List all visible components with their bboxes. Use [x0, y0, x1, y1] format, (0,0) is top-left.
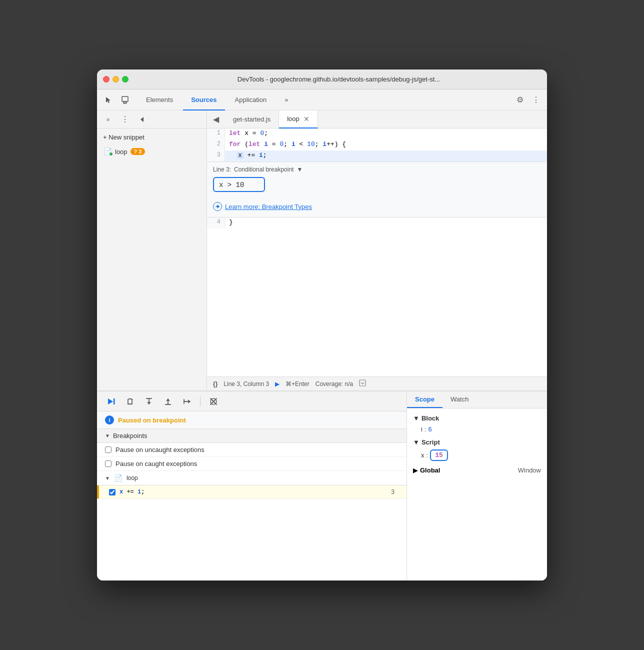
main-area: » ⋮ + New snippet 📄 loop	[97, 110, 547, 390]
tab-elements[interactable]: Elements	[138, 90, 181, 110]
breakpoint-checkbox[interactable]	[109, 489, 116, 496]
running-dot	[109, 152, 113, 156]
triangle-icon: ▼	[105, 433, 110, 438]
coverage-dropdown-icon[interactable]	[359, 380, 366, 388]
resume-button[interactable]	[103, 394, 119, 408]
bp-filename: loop	[126, 474, 138, 482]
sidebar-more-icon[interactable]: ⋮	[118, 112, 132, 126]
scope-tab-scope[interactable]: Scope	[407, 392, 442, 408]
devtools-body: Elements Sources Application » ⚙ ⋮ » ⋮	[97, 90, 547, 580]
pause-caught-checkbox[interactable]	[105, 460, 112, 467]
scope-entry-x: x : 15	[407, 448, 547, 462]
file-tab-get-started[interactable]: get-started.js	[225, 110, 279, 128]
breakpoint-condition-input[interactable]	[219, 181, 259, 189]
svg-marker-2	[140, 117, 144, 122]
svg-rect-0	[122, 96, 128, 102]
breakpoint-badge: ? 3	[130, 148, 146, 155]
scope-val-i: 6	[428, 426, 432, 433]
top-tabbar-right: ⚙ ⋮	[513, 93, 543, 107]
scope-script-triangle: ▼	[413, 438, 420, 446]
format-icon[interactable]: {}	[213, 380, 218, 388]
scope-entry-i: i : 6	[407, 424, 547, 434]
bp-dropdown-arrow[interactable]: ▼	[296, 166, 302, 173]
top-tabbar-icons	[101, 93, 132, 107]
shortcut-text: ⌘+Enter	[286, 380, 310, 388]
pause-uncaught-label: Pause on uncaught exceptions	[116, 446, 204, 454]
new-snippet-button[interactable]: + New snippet	[97, 130, 206, 144]
back-file-icon[interactable]: ◀	[209, 112, 223, 126]
titlebar: DevTools - googlechrome.github.io/devtoo…	[97, 70, 547, 90]
sidebar-toolbar: » ⋮	[97, 110, 206, 128]
close-tab-icon[interactable]: ✕	[304, 115, 310, 123]
svg-rect-5	[114, 398, 115, 404]
minimize-button[interactable]	[112, 76, 119, 82]
pause-uncaught-checkbox[interactable]	[105, 446, 112, 453]
scope-tab-watch[interactable]: Watch	[442, 392, 476, 408]
learn-more-link[interactable]: Learn more: Breakpoint Types	[213, 202, 541, 211]
run-icon[interactable]: ▶	[275, 380, 280, 388]
file-tab-loop[interactable]: loop ✕	[279, 110, 318, 128]
close-button[interactable]	[103, 76, 110, 82]
line-number-1: 1	[207, 128, 225, 140]
deactivate-breakpoints-button[interactable]	[206, 394, 222, 408]
breakpoint-line-number: 3	[391, 488, 394, 496]
step-out-button[interactable]	[160, 394, 176, 408]
scope-script-header[interactable]: ▼ Script	[407, 436, 547, 448]
scope-global-label: Global	[420, 466, 440, 474]
scope-global-triangle[interactable]: ▶	[413, 466, 418, 474]
sidebar: » ⋮ + New snippet 📄 loop	[97, 110, 207, 390]
editor-area: ◀ get-started.js loop ✕ 1 let x	[207, 110, 547, 390]
more-tabs-button[interactable]: »	[276, 90, 296, 110]
debug-toolbar	[97, 392, 406, 412]
tab-sources[interactable]: Sources	[183, 90, 224, 110]
step-into-button[interactable]	[141, 394, 157, 408]
settings-icon[interactable]: ⚙	[513, 93, 527, 107]
step-button[interactable]	[179, 394, 195, 408]
x-highlight: x	[237, 152, 244, 159]
info-icon: i	[105, 416, 114, 424]
code-content-1: let x = 0;	[225, 128, 547, 140]
bp-file-icon: 📄	[114, 474, 122, 482]
expand-icon[interactable]: »	[101, 112, 115, 126]
code-content-2: for (let i = 0; i < 10; i++) {	[225, 140, 547, 150]
svg-marker-4	[108, 398, 113, 404]
pause-uncaught-row: Pause on uncaught exceptions	[97, 443, 406, 457]
breakpoint-list-item: x += i; 3	[97, 486, 406, 499]
pause-caught-label: Pause on caught exceptions	[116, 460, 197, 468]
more-options-icon[interactable]: ⋮	[529, 93, 543, 107]
device-icon[interactable]	[118, 93, 132, 107]
step-over-button[interactable]	[122, 394, 138, 408]
file-name: loop	[115, 148, 128, 156]
scope-block-section: ▼ Block i : 6	[407, 412, 547, 434]
bp-file-triangle-icon[interactable]: ▼	[105, 476, 110, 481]
maximize-button[interactable]	[122, 76, 128, 82]
breakpoint-input-wrapper	[213, 177, 265, 192]
scope-block-header[interactable]: ▼ Block	[407, 412, 547, 424]
cursor-icon[interactable]	[101, 93, 115, 107]
file-tabs: ◀ get-started.js loop ✕	[207, 110, 547, 128]
scope-panel: Scope Watch ▼ Block i	[407, 392, 547, 580]
code-content-3: x += i;	[225, 150, 547, 162]
scope-key-x: x	[421, 452, 424, 459]
pause-caught-row: Pause on caught exceptions	[97, 457, 406, 471]
debug-separator	[200, 396, 200, 406]
back-nav-icon[interactable]	[135, 112, 149, 126]
devtools-window: DevTools - googlechrome.github.io/devtoo…	[97, 70, 547, 580]
scope-global-value: Window	[518, 466, 541, 474]
file-item-loop[interactable]: 📄 loop ? 3	[97, 144, 206, 159]
position-text: Line 3, Column 3	[224, 380, 269, 388]
svg-rect-1	[124, 102, 126, 104]
svg-marker-9	[188, 400, 190, 404]
tab-application[interactable]: Application	[227, 90, 275, 110]
scope-block-label: Block	[422, 414, 439, 422]
breakpoint-code: x += i;	[120, 488, 387, 496]
sidebar-content: + New snippet 📄 loop ? 3	[97, 128, 206, 390]
breakpoints-label: Breakpoints	[113, 432, 148, 440]
line-number-2: 2	[207, 140, 225, 150]
code-line-3: 3 x += i;	[207, 150, 547, 162]
line-number-4: 4	[207, 218, 225, 228]
scope-script-section: ▼ Script x : 15	[407, 436, 547, 462]
breakpoints-section-header[interactable]: ▼ Breakpoints	[97, 429, 406, 443]
link-circle-icon	[213, 202, 222, 211]
traffic-lights	[103, 76, 128, 82]
